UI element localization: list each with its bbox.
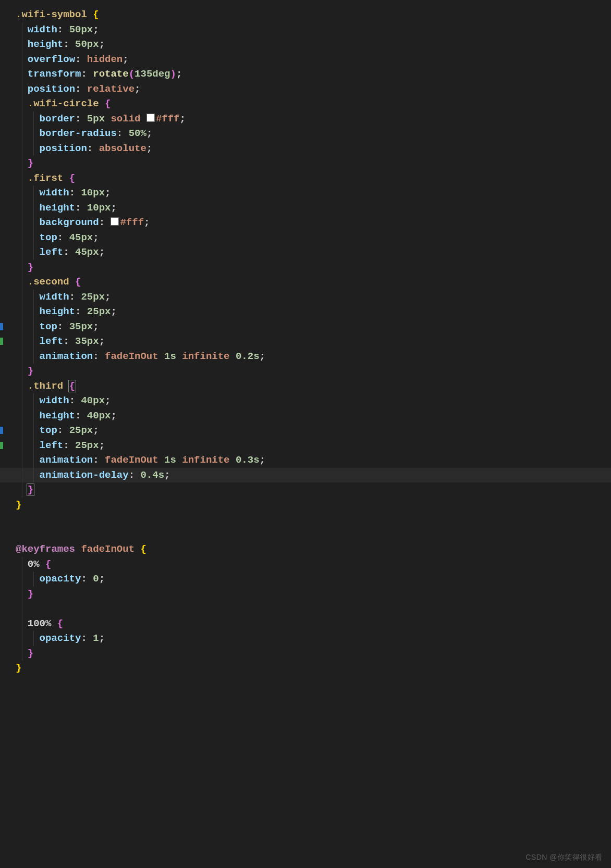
line-content: .wifi-circle {	[16, 96, 111, 111]
code-line[interactable]: border: 5px solid #fff;	[0, 111, 611, 127]
token-num: 10	[87, 202, 99, 214]
code-line[interactable]	[0, 601, 611, 616]
code-line[interactable]: height: 50px;	[0, 37, 611, 52]
token-colon: :	[69, 395, 81, 406]
token-unit: deg	[152, 68, 170, 80]
token-unit: px	[81, 24, 93, 35]
token-prop: width	[40, 187, 69, 199]
code-line[interactable]: }	[0, 587, 611, 602]
indent-guide	[22, 245, 22, 260]
code-line[interactable]: @keyframes fadeInOut {	[0, 542, 611, 557]
token-kw: hidden	[87, 54, 123, 65]
indent-guide	[22, 52, 22, 67]
token-num: 5	[87, 113, 93, 125]
indent-guide	[22, 275, 22, 290]
token-colon: :	[75, 54, 87, 65]
indent-guide	[33, 141, 34, 156]
code-line[interactable]: opacity: 0;	[0, 572, 611, 587]
token-num: 45	[75, 246, 87, 258]
token-kw: absolute	[99, 143, 146, 154]
token-sel: .first	[28, 172, 69, 184]
code-line[interactable]: height: 10px;	[0, 201, 611, 216]
token-semi: ;	[93, 232, 99, 243]
token-colon: :	[81, 68, 93, 80]
code-line[interactable]: }	[0, 498, 611, 513]
watermark-text: CSDN @你笑得很好看	[526, 852, 603, 863]
code-line[interactable]: 0% {	[0, 557, 611, 572]
code-line[interactable]: opacity: 1;	[0, 631, 611, 646]
token-sel: .wifi-symbol	[16, 9, 93, 20]
token-semi: ;	[146, 143, 152, 154]
token-num: 25	[69, 425, 81, 436]
line-content: left: 25px;	[16, 438, 105, 453]
token-unit: s	[170, 351, 176, 362]
code-line[interactable]: }	[0, 482, 611, 498]
code-editor[interactable]: .wifi-symbol { width: 50px; height: 50px…	[0, 0, 611, 683]
code-line[interactable]: height: 40px;	[0, 408, 611, 424]
code-line[interactable]: }	[0, 364, 611, 379]
code-line[interactable]: position: relative;	[0, 82, 611, 97]
code-line[interactable]: left: 35px;	[0, 334, 611, 349]
code-line[interactable]: overflow: hidden;	[0, 52, 611, 67]
code-line[interactable]: background: #fff;	[0, 215, 611, 230]
line-content: .first {	[16, 171, 75, 186]
code-line[interactable]: animation-delay: 0.4s;	[0, 468, 611, 483]
indent-guide	[22, 393, 22, 408]
token-unit: px	[93, 113, 105, 125]
code-line[interactable]: animation: fadeInOut 1s infinite 0.2s;	[0, 349, 611, 364]
token-colon: :	[75, 113, 87, 125]
token-colon: :	[63, 336, 75, 347]
line-content: height: 25px;	[16, 304, 117, 319]
token-semi: ;	[105, 187, 111, 199]
code-line[interactable]: }	[0, 156, 611, 171]
code-line[interactable]: top: 25px;	[0, 423, 611, 438]
code-line[interactable]: height: 25px;	[0, 304, 611, 319]
code-line[interactable]: top: 45px;	[0, 230, 611, 245]
color-swatch-icon[interactable]	[146, 114, 155, 122]
code-line[interactable]: }	[0, 661, 611, 676]
code-line[interactable]: width: 25px;	[0, 290, 611, 305]
code-line[interactable]: 100% {	[0, 616, 611, 631]
indent-guide	[22, 349, 22, 364]
token-func: rotate	[93, 68, 128, 80]
code-line[interactable]: position: absolute;	[0, 141, 611, 156]
line-content: width: 50px;	[16, 22, 99, 38]
code-line[interactable]: .first {	[0, 171, 611, 186]
token-prop: height	[40, 202, 75, 214]
code-line[interactable]: .third {	[0, 379, 611, 394]
code-line[interactable]: top: 35px;	[0, 319, 611, 334]
code-line[interactable]: transform: rotate(135deg);	[0, 67, 611, 82]
code-line[interactable]: width: 50px;	[0, 22, 611, 38]
line-content: }	[16, 587, 33, 602]
code-line[interactable]: }	[0, 646, 611, 661]
indent-guide	[33, 290, 34, 305]
code-line[interactable]	[0, 527, 611, 542]
diff-added-icon	[0, 338, 3, 345]
code-line[interactable]: width: 40px;	[0, 393, 611, 408]
token-brace-ob: {	[93, 9, 99, 20]
token-num: 0.4	[140, 469, 158, 481]
code-line[interactable]: width: 10px;	[0, 185, 611, 201]
indent-guide	[22, 126, 22, 141]
token-brace: {	[105, 98, 111, 109]
code-line[interactable]: .wifi-symbol {	[0, 7, 611, 22]
code-line[interactable]: left: 25px;	[0, 438, 611, 453]
indent-guide	[33, 423, 34, 438]
code-line[interactable]: .wifi-circle {	[0, 96, 611, 111]
color-swatch-icon[interactable]	[111, 217, 119, 226]
token-kw: solid	[111, 113, 140, 125]
token-semi: ;	[176, 68, 182, 80]
code-line[interactable]	[0, 512, 611, 527]
token-colon: :	[63, 440, 75, 451]
token-unit: s	[253, 454, 259, 466]
line-content: left: 35px;	[16, 334, 105, 349]
token-num: 10	[81, 187, 93, 199]
code-line[interactable]: left: 45px;	[0, 245, 611, 260]
code-line[interactable]: animation: fadeInOut 1s infinite 0.3s;	[0, 453, 611, 468]
code-line[interactable]: .second {	[0, 275, 611, 290]
code-line[interactable]: border-radius: 50%;	[0, 126, 611, 141]
token-semi: ;	[93, 321, 99, 332]
token-prop: background	[40, 217, 99, 228]
code-line[interactable]: }	[0, 260, 611, 275]
token-prop: height	[40, 410, 75, 421]
